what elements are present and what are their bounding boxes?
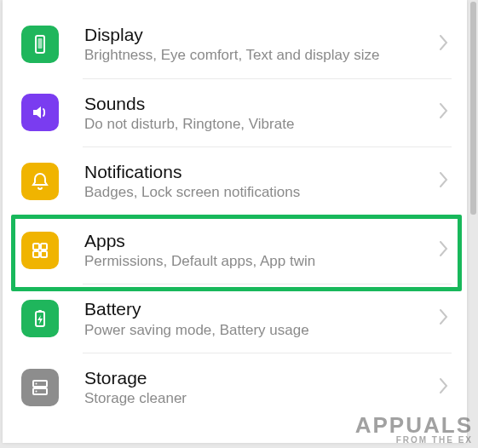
svg-rect-4: [33, 251, 39, 257]
svg-rect-7: [38, 310, 42, 313]
settings-item-subtitle: Badges, Lock screen notifications: [84, 184, 433, 201]
settings-item-subtitle: Brightness, Eye comfort, Text and displa…: [84, 47, 433, 64]
svg-point-11: [36, 390, 37, 392]
svg-rect-9: [33, 388, 47, 394]
settings-item-text: Battery Power saving mode, Battery usage: [84, 298, 433, 339]
settings-item-title: Battery: [84, 298, 433, 319]
svg-rect-2: [33, 244, 39, 250]
chevron-right-icon: [440, 241, 448, 260]
notifications-icon: [21, 163, 59, 200]
storage-icon: [21, 369, 59, 406]
settings-item-title: Storage: [84, 367, 433, 388]
chevron-right-icon: [440, 378, 448, 397]
settings-item-storage[interactable]: Storage Storage cleaner: [18, 353, 452, 422]
settings-item-title: Apps: [84, 230, 433, 251]
battery-icon: [21, 300, 59, 337]
settings-item-title: Notifications: [84, 161, 433, 182]
settings-item-text: Notifications Badges, Lock screen notifi…: [84, 161, 433, 202]
display-icon: [21, 26, 59, 63]
scrollbar[interactable]: [470, 2, 476, 215]
settings-item-sounds[interactable]: Sounds Do not disturb, Ringtone, Vibrate: [18, 79, 452, 147]
settings-item-battery[interactable]: Battery Power saving mode, Battery usage: [18, 284, 452, 353]
svg-rect-1: [38, 38, 43, 49]
apps-icon: [21, 232, 59, 269]
settings-item-display[interactable]: Display Brightness, Eye comfort, Text an…: [18, 10, 452, 78]
svg-rect-8: [33, 381, 47, 387]
chevron-right-icon: [440, 172, 448, 191]
settings-item-text: Apps Permissions, Default apps, App twin: [84, 230, 433, 271]
sounds-icon: [21, 94, 59, 131]
settings-item-notifications[interactable]: Notifications Badges, Lock screen notifi…: [18, 147, 452, 215]
settings-list: Display Brightness, Eye comfort, Text an…: [3, 0, 467, 421]
settings-item-subtitle: Storage cleaner: [84, 390, 433, 407]
settings-item-title: Sounds: [84, 93, 433, 114]
settings-item-subtitle: Permissions, Default apps, App twin: [84, 253, 433, 270]
svg-point-10: [36, 382, 37, 384]
settings-item-text: Storage Storage cleaner: [84, 367, 433, 408]
svg-rect-5: [41, 251, 47, 257]
settings-item-text: Sounds Do not disturb, Ringtone, Vibrate: [84, 93, 433, 134]
settings-item-subtitle: Power saving mode, Battery usage: [84, 322, 433, 339]
watermark: APPUALS FROM THE EX: [355, 412, 473, 445]
settings-item-subtitle: Do not disturb, Ringtone, Vibrate: [84, 116, 433, 133]
chevron-right-icon: [440, 103, 448, 122]
settings-item-text: Display Brightness, Eye comfort, Text an…: [84, 24, 433, 65]
settings-panel: Display Brightness, Eye comfort, Text an…: [3, 0, 467, 443]
settings-item-apps[interactable]: Apps Permissions, Default apps, App twin: [18, 216, 452, 284]
svg-rect-3: [41, 244, 47, 250]
settings-item-title: Display: [84, 24, 433, 45]
chevron-right-icon: [440, 309, 448, 328]
chevron-right-icon: [440, 35, 448, 54]
